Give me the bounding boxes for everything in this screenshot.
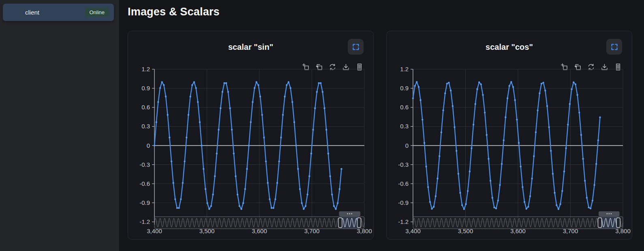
datazoom-handle-left[interactable]: [338, 218, 342, 228]
move-handle-dot: [347, 213, 348, 214]
svg-text:0: 0: [147, 142, 150, 149]
move-handle-dot: [349, 213, 350, 214]
svg-text:-0.3: -0.3: [398, 161, 409, 168]
y-axis-labels: 1.20.90.60.30-0.3-0.6-0.9-1.2: [139, 66, 150, 225]
client-label: client: [25, 9, 39, 16]
svg-text:0.3: 0.3: [400, 123, 409, 130]
svg-text:0.6: 0.6: [141, 104, 150, 111]
svg-text:0.6: 0.6: [400, 104, 409, 111]
status-badge: Online: [85, 8, 109, 17]
svg-text:-0.9: -0.9: [398, 199, 409, 206]
move-handle-dot: [351, 213, 352, 214]
svg-text:-0.3: -0.3: [139, 161, 150, 168]
y-axis: [411, 69, 413, 225]
chart-title-sin: scalar "sin": [128, 43, 373, 52]
fullscreen-corners-icon: [610, 43, 618, 51]
move-handle-dot: [611, 213, 612, 214]
grid-lines: [413, 69, 623, 222]
y-axis-labels: 1.20.90.60.30-0.3-0.6-0.9-1.2: [398, 66, 409, 225]
move-handle-dot: [609, 213, 610, 214]
datazoom-handle-right[interactable]: [616, 218, 620, 228]
app-root: client Online Images & Scalars scalar "s…: [0, 0, 644, 251]
fullscreen-button[interactable]: [348, 39, 364, 55]
svg-text:-0.9: -0.9: [139, 199, 150, 206]
svg-text:1.2: 1.2: [141, 66, 150, 72]
svg-text:-0.6: -0.6: [398, 180, 409, 187]
panel-cos: scalar "cos" 1.20.90.60.30-0.3-0.6-0.9-1…: [386, 31, 632, 240]
move-handle-dot: [607, 213, 608, 214]
page-title: Images & Scalars: [128, 6, 220, 18]
svg-text:-0.6: -0.6: [139, 180, 150, 187]
cos-chart[interactable]: 1.20.90.60.30-0.3-0.6-0.9-1.23,4003,5003…: [387, 60, 633, 238]
svg-text:0.3: 0.3: [141, 123, 150, 130]
sidebar-item-client[interactable]: client Online: [3, 4, 114, 21]
sidebar: client Online: [0, 0, 120, 251]
chart-title-cos: scalar "cos": [387, 43, 632, 52]
svg-text:0: 0: [405, 142, 409, 149]
sin-chart[interactable]: 1.20.90.60.30-0.3-0.6-0.9-1.23,4003,5003…: [128, 60, 374, 238]
svg-text:-1.2: -1.2: [398, 218, 409, 225]
svg-text:1.2: 1.2: [400, 66, 409, 72]
svg-text:0.9: 0.9: [141, 85, 150, 91]
panel-sin: scalar "sin" 1.20.90.60.30-0.3-0.6-0.9-1…: [128, 31, 374, 240]
svg-text:0.9: 0.9: [400, 85, 409, 91]
svg-text:-1.2: -1.2: [139, 218, 150, 225]
datazoom-handle-left[interactable]: [598, 218, 602, 228]
datazoom-handle-right[interactable]: [357, 218, 361, 228]
fullscreen-corners-icon: [352, 43, 360, 51]
fullscreen-button[interactable]: [606, 39, 622, 55]
y-axis: [152, 69, 154, 225]
